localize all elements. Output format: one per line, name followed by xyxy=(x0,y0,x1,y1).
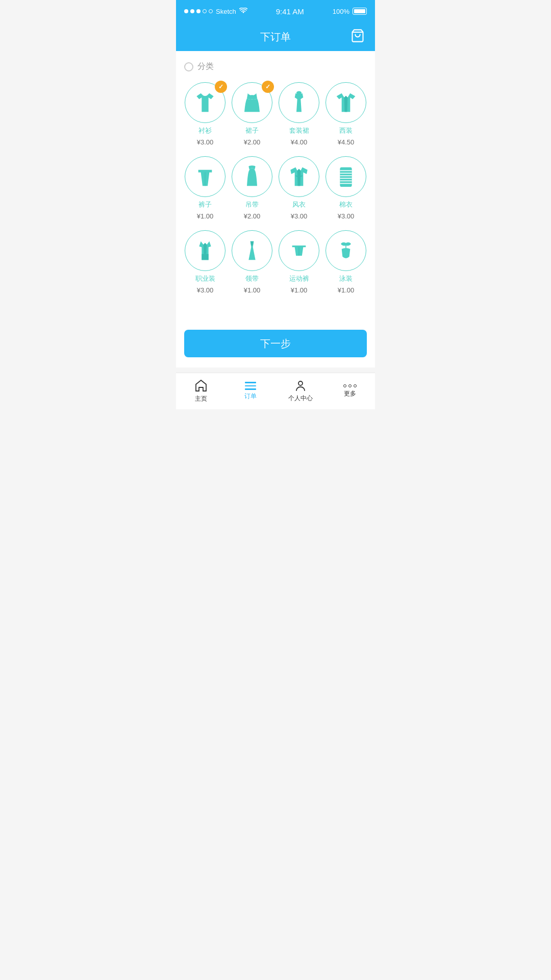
signal-dot-1 xyxy=(184,9,188,13)
item-name-shirt: 衬衫 xyxy=(198,126,212,135)
signal-dot-4 xyxy=(203,9,207,13)
tie-icon xyxy=(239,238,265,263)
status-right: 100% xyxy=(333,8,367,15)
next-button[interactable]: 下一步 xyxy=(184,330,367,357)
item-price-dress: ¥4.00 xyxy=(291,138,308,146)
orders-icon xyxy=(245,382,256,390)
item-circle-shorts xyxy=(279,230,319,271)
item-circle-tie xyxy=(232,230,272,271)
item-circle-pants xyxy=(185,156,226,197)
item-pants[interactable]: 裤子 ¥1.00 xyxy=(184,156,226,220)
item-price-shorts: ¥1.00 xyxy=(291,286,308,294)
cart-button[interactable] xyxy=(350,29,365,45)
item-circle-suit xyxy=(325,82,366,123)
item-circle-trench xyxy=(279,156,319,197)
item-name-pants: 裤子 xyxy=(198,200,212,209)
item-name-shorts: 运动裤 xyxy=(289,274,309,283)
suit-icon xyxy=(333,90,359,115)
dress-icon xyxy=(286,90,312,115)
item-price-pants: ¥1.00 xyxy=(197,212,214,220)
svg-rect-3 xyxy=(340,167,352,187)
more-dot-1 xyxy=(343,384,346,387)
item-price-tie: ¥1.00 xyxy=(244,286,261,294)
svg-point-1 xyxy=(296,91,302,95)
section-label: 分类 xyxy=(197,61,214,72)
status-left: Sketch xyxy=(184,7,247,15)
header-title: 下订单 xyxy=(260,30,291,44)
skirt-icon xyxy=(239,90,265,115)
battery-fill xyxy=(354,9,365,13)
order-line-3 xyxy=(245,388,256,390)
tank-icon xyxy=(239,164,265,189)
signal-dot-3 xyxy=(196,9,201,13)
nav-profile-label: 个人中心 xyxy=(288,394,313,403)
section-radio[interactable] xyxy=(184,62,193,71)
status-bar: Sketch 9:41 AM 100% xyxy=(176,0,375,22)
vest-icon xyxy=(333,164,359,189)
item-vest[interactable]: 棉衣 ¥3.00 xyxy=(325,156,367,220)
battery-icon xyxy=(353,8,367,15)
item-professional[interactable]: 职业装 ¥3.00 xyxy=(184,230,226,294)
shorts-icon xyxy=(286,238,312,263)
item-price-suit: ¥4.50 xyxy=(338,138,355,146)
order-line-2 xyxy=(245,385,256,387)
more-dot-2 xyxy=(348,384,352,387)
item-skirt[interactable]: ✓ 裙子 ¥2.00 xyxy=(231,82,273,146)
item-name-trench: 风衣 xyxy=(292,200,306,209)
item-circle-skirt: ✓ xyxy=(232,82,272,123)
nav-home[interactable]: 主页 xyxy=(176,373,226,409)
pants-icon xyxy=(192,164,218,189)
signal-dot-5 xyxy=(209,9,213,13)
item-shorts[interactable]: 运动裤 ¥1.00 xyxy=(278,230,320,294)
check-badge-skirt: ✓ xyxy=(262,81,274,93)
item-name-tie: 领带 xyxy=(245,274,259,283)
item-name-vest: 棉衣 xyxy=(339,200,353,209)
item-price-skirt: ¥2.00 xyxy=(244,138,261,146)
nav-more-label: 更多 xyxy=(344,389,356,398)
item-shirt[interactable]: ✓ 衬衫 ¥3.00 xyxy=(184,82,226,146)
items-grid: ✓ 衬衫 ¥3.00 ✓ 裙子 ¥2.00 xyxy=(184,82,367,294)
status-time: 9:41 AM xyxy=(276,7,304,16)
item-suit[interactable]: 西装 ¥4.50 xyxy=(325,82,367,146)
nav-orders-label: 订单 xyxy=(244,392,257,401)
item-price-professional: ¥3.00 xyxy=(197,286,214,294)
carrier-label: Sketch xyxy=(216,8,236,15)
main-content: 分类 ✓ 衬衫 ¥3.00 ✓ 裙子 ¥2.00 xyxy=(176,51,375,314)
signal-dots xyxy=(184,9,213,13)
item-circle-professional xyxy=(185,230,226,271)
battery-percent: 100% xyxy=(333,8,349,15)
nav-orders[interactable]: 订单 xyxy=(226,373,276,409)
shirt-icon xyxy=(192,90,218,115)
item-name-suit: 西装 xyxy=(339,126,353,135)
check-badge-shirt: ✓ xyxy=(215,81,227,93)
svg-rect-10 xyxy=(202,254,208,260)
svg-marker-11 xyxy=(251,241,254,246)
item-circle-vest xyxy=(325,156,366,197)
section-header: 分类 xyxy=(184,61,367,72)
item-name-tank: 吊带 xyxy=(245,200,259,209)
item-dress[interactable]: 套装裙 ¥4.00 xyxy=(278,82,320,146)
nav-profile[interactable]: 个人中心 xyxy=(276,373,325,409)
swimsuit-icon xyxy=(333,238,359,263)
item-trench[interactable]: 风衣 ¥3.00 xyxy=(278,156,320,220)
order-line-1 xyxy=(245,382,256,383)
header: 下订单 xyxy=(176,22,375,51)
item-circle-dress xyxy=(279,82,319,123)
item-name-skirt: 裙子 xyxy=(245,126,259,135)
home-icon xyxy=(194,379,208,393)
item-tie[interactable]: 领带 ¥1.00 xyxy=(231,230,273,294)
item-tank[interactable]: 吊带 ¥2.00 xyxy=(231,156,273,220)
item-swimsuit[interactable]: 泳装 ¥1.00 xyxy=(325,230,367,294)
item-circle-shirt: ✓ xyxy=(185,82,226,123)
nav-more[interactable]: 更多 xyxy=(325,373,375,409)
item-price-tank: ¥2.00 xyxy=(244,212,261,220)
item-circle-tank xyxy=(232,156,272,197)
item-name-dress: 套装裙 xyxy=(289,126,309,135)
profile-icon xyxy=(294,380,307,392)
item-price-trench: ¥3.00 xyxy=(291,212,308,220)
cart-icon xyxy=(350,29,365,43)
professional-icon xyxy=(192,238,218,263)
item-price-shirt: ¥3.00 xyxy=(197,138,214,146)
item-circle-swimsuit xyxy=(325,230,366,271)
item-name-professional: 职业装 xyxy=(195,274,215,283)
